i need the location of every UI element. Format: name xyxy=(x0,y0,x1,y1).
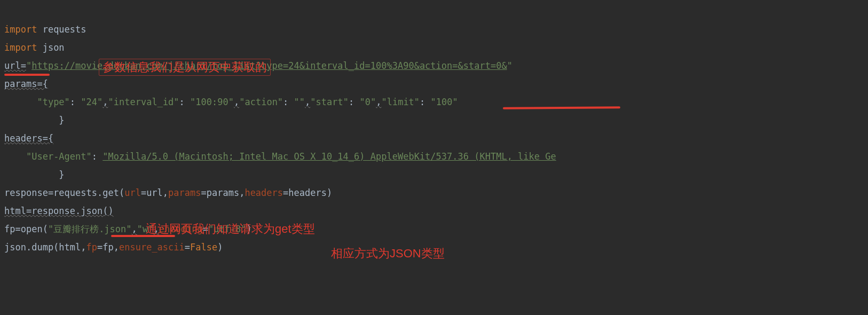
dict-key-ua: "User-Agent" xyxy=(26,151,92,162)
dict-val-interval: "100:90" xyxy=(190,97,234,107)
encoding-string: "utf-8" xyxy=(208,224,247,234)
code-editor-area[interactable]: import requests import json url="https:/… xyxy=(4,2,556,256)
kwarg-headers: headers xyxy=(244,187,283,198)
kwarg-params: params xyxy=(168,187,201,198)
dict-val-start: "0" xyxy=(359,97,376,107)
module-requests: requests xyxy=(37,24,86,35)
dict-key-type: "type" xyxy=(37,97,69,107)
ua-string: "Mozilla/5.0 (Macintosh; Intel Mac OS X … xyxy=(102,151,556,162)
kwarg-encoding: encoding xyxy=(159,224,203,234)
url-string[interactable]: https://movie.douban.com/j/chart/top_lis… xyxy=(31,60,507,71)
mode-string: "w" xyxy=(137,224,154,234)
brace-close: } xyxy=(59,169,64,180)
string-quote: " xyxy=(26,60,31,71)
dict-key-action: "action" xyxy=(239,97,283,107)
filename-string: "豆瓣排行榜.json" xyxy=(48,224,132,234)
dict-val-limit: "100" xyxy=(431,97,458,107)
keyword-import: import xyxy=(4,24,37,35)
dict-key-interval: "interval_id" xyxy=(108,97,179,107)
dict-val-24: "24" xyxy=(81,97,102,107)
dict-val-action: "" xyxy=(294,97,305,107)
dict-key-limit: "limit" xyxy=(381,97,420,107)
kwarg-fp: fp xyxy=(86,242,97,253)
keyword-import: import xyxy=(4,42,37,53)
var-headers-assign: headers={ xyxy=(4,133,53,144)
kwarg-url: url xyxy=(124,187,141,198)
brace-close: } xyxy=(59,115,64,125)
dict-key-start: "start" xyxy=(310,97,349,107)
var-url-assign: url= xyxy=(4,60,26,71)
kwarg-ensure-ascii: ensure_ascii xyxy=(119,242,185,253)
var-params-assign: params={ xyxy=(4,78,48,89)
var-response-assign: response=requests.get( xyxy=(4,187,124,198)
var-fp-assign: fp=open( xyxy=(4,224,48,234)
json-dump-call: json.dump(html, xyxy=(4,242,86,253)
module-json: json xyxy=(37,42,64,53)
const-false: False xyxy=(190,242,217,253)
var-html-assign: html=response.json() xyxy=(4,206,114,216)
string-quote: " xyxy=(507,60,512,71)
